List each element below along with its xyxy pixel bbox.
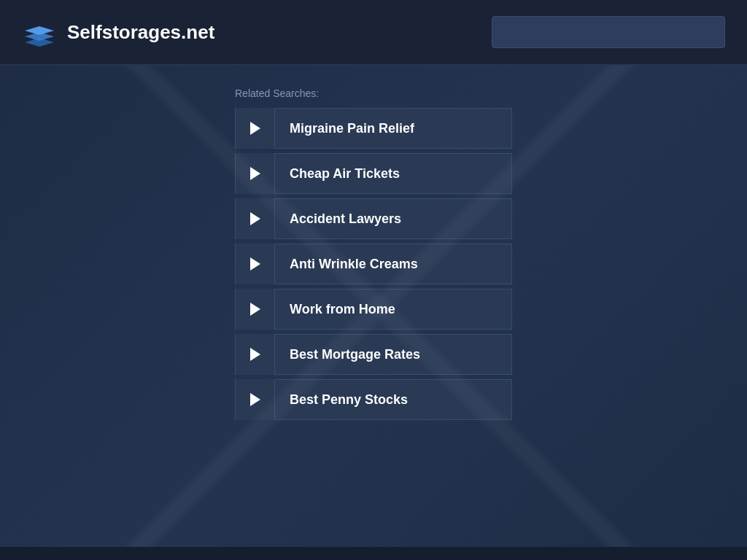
logo-icon: [22, 15, 57, 50]
arrow-icon-anti-wrinkle: [236, 244, 275, 284]
header: Selfstorages.net: [0, 0, 747, 66]
arrow-icon-accident: [236, 198, 275, 239]
search-item-migraine[interactable]: Migraine Pain Relief: [235, 108, 512, 149]
main-content: Related Searches: Migraine Pain Relief C…: [0, 66, 747, 547]
search-item-label: Work from Home: [275, 302, 395, 317]
search-input[interactable]: [492, 16, 725, 48]
search-item-mortgage[interactable]: Best Mortgage Rates: [235, 334, 512, 375]
search-item-anti-wrinkle[interactable]: Anti Wrinkle Creams: [235, 244, 512, 284]
arrow-icon-cheap-air: [236, 153, 275, 194]
search-item-label: Best Penny Stocks: [275, 392, 408, 408]
play-icon: [250, 303, 260, 316]
search-item-label: Cheap Air Tickets: [275, 166, 400, 182]
search-item-label: Best Mortgage Rates: [275, 347, 420, 362]
search-item-label: Accident Lawyers: [275, 211, 401, 227]
search-list: Migraine Pain Relief Cheap Air Tickets A…: [235, 108, 512, 420]
search-item-accident[interactable]: Accident Lawyers: [235, 198, 512, 239]
search-item-label: Anti Wrinkle Creams: [275, 257, 418, 272]
search-item-cheap-air[interactable]: Cheap Air Tickets: [235, 153, 512, 194]
play-icon: [250, 122, 260, 135]
svg-marker-2: [25, 26, 54, 35]
search-item-penny-stocks[interactable]: Best Penny Stocks: [235, 379, 512, 420]
footer: Related Searches: Migraine Pain Relief C…: [0, 547, 747, 560]
search-item-label: Migraine Pain Relief: [275, 121, 414, 136]
play-icon: [250, 212, 260, 225]
arrow-icon-penny-stocks: [236, 379, 275, 420]
play-icon: [250, 167, 260, 180]
arrow-icon-work-from-home: [236, 289, 275, 330]
arrow-icon-migraine: [236, 108, 275, 149]
search-item-work-from-home[interactable]: Work from Home: [235, 289, 512, 330]
arrow-icon-mortgage: [236, 334, 275, 375]
play-icon: [250, 348, 260, 361]
logo-area: Selfstorages.net: [22, 15, 214, 50]
play-icon: [250, 393, 260, 406]
site-title: Selfstorages.net: [67, 21, 214, 44]
play-icon: [250, 257, 260, 271]
related-searches-label: Related Searches:: [235, 88, 747, 99]
